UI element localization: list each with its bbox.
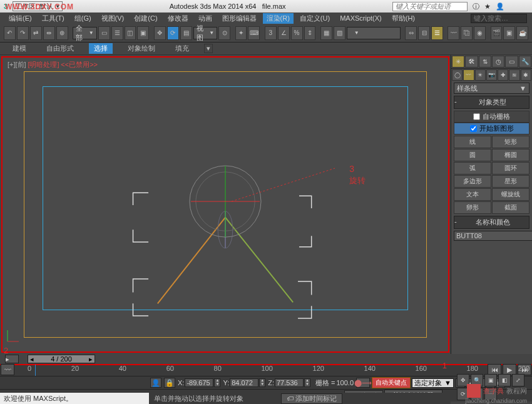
named-sel-drop[interactable]: ▼ [347,27,401,39]
manip-btn[interactable]: ✦ [235,26,247,40]
info-icon[interactable]: ⓘ [473,2,479,11]
render-fb-btn[interactable]: ▣ [503,26,515,40]
move-btn[interactable]: ✥ [154,26,166,40]
ribbon-menu-icon[interactable]: ▾ [204,44,213,53]
track-toggle[interactable]: ▸ [5,355,19,363]
sub-lights[interactable]: ☀ [475,69,486,81]
isolate-icon[interactable]: 👤 [150,378,161,388]
spinner-y[interactable]: ▲▼ [259,378,265,387]
select-btn[interactable]: ▭ [98,26,110,40]
edit-sel-btn[interactable]: ▧ [334,26,345,40]
tab-utilities[interactable]: 🔧 [519,56,531,68]
spinner-x[interactable]: ▲▼ [214,378,220,387]
autokey-btn[interactable]: 自动关键点 [372,377,411,388]
btn-text[interactable]: 文本 [454,188,491,201]
sub-geom[interactable]: ◯ [452,69,463,81]
sel-filter[interactable]: 全部▼ [73,27,97,39]
menu-edit[interactable]: 编辑(E) [5,13,36,24]
timeline[interactable]: 〰 02040 6080100 120140160 180200 ⏮ ▶ ⏭ [0,364,532,376]
menu-create[interactable]: 创建(C) [130,13,161,24]
shape-category[interactable]: 样条线▼ [454,83,529,94]
sub-cam[interactable]: 📷 [486,69,497,81]
bind-btn[interactable]: ⊕ [56,26,68,40]
viewport-front[interactable]: [+][前] [明暗处理] <<已禁用>> [1,56,449,353]
btn-arc[interactable]: 弧 [454,162,491,174]
coord-z-input[interactable] [275,378,304,387]
curve-editor-btn[interactable]: 〰 [448,26,459,40]
time-slider-handle[interactable]: ◂4 / 200▸ [28,355,95,363]
ref-coord[interactable]: 视图▼ [193,27,218,39]
tab-modify[interactable]: 🛠 [465,56,478,68]
help-search[interactable] [392,2,468,11]
time-tag-btn[interactable]: 🏷 添加时间标记 [281,393,342,404]
tab-freeform[interactable]: 自由形式 [41,43,79,54]
set-key-btn[interactable]: ⬤⟶ [356,378,370,388]
obj-name-field[interactable] [454,231,532,241]
percent-snap-btn[interactable]: % [291,26,303,40]
menu-graph[interactable]: 图形编辑器 [218,13,260,24]
menu-group[interactable]: 组(G) [71,13,95,24]
rollout-objtype[interactable]: -对象类型 [454,96,529,109]
menu-maxscript[interactable]: MAXScript(X) [336,14,386,23]
tab-motion[interactable]: ◷ [492,56,504,68]
spinner-z[interactable]: ▲▼ [304,378,310,387]
scale-btn[interactable]: ▤ [180,26,192,40]
keymode-btn[interactable]: ⌨ [248,26,260,40]
unlink-btn[interactable]: ⇹ [43,26,55,40]
signin-icon[interactable]: 👤 [496,3,504,11]
sub-space[interactable]: ≋ [509,69,519,81]
lock-icon[interactable]: 🔒 [164,378,175,388]
btn-star[interactable]: 星形 [492,175,529,188]
chk-autogrid[interactable]: 自动栅格 [454,111,529,123]
sub-helpers[interactable]: ✚ [498,69,508,81]
redo-btn[interactable]: ↷ [17,26,29,40]
select-region-btn[interactable]: ◫ [125,26,136,40]
rollout-name[interactable]: -名称和颜色 [454,216,529,229]
layer-btn[interactable]: ☰ [431,26,443,40]
sub-shapes[interactable]: 〰 [463,69,474,81]
maxscript-listener[interactable]: 欢迎使用 MAXScript。 [0,393,149,404]
menu-custom[interactable]: 自定义(U) [296,13,334,24]
key-target-drop[interactable]: 选定对象▼ [412,378,454,388]
coord-x-input[interactable] [185,378,213,387]
snap-btn[interactable]: 3 [265,26,277,40]
btn-line[interactable]: 线 [454,136,491,148]
menu-render[interactable]: 渲染(R) [263,13,294,24]
mirror-btn[interactable]: ⇔ [405,26,417,40]
tab-select[interactable]: 选择 [89,43,113,54]
btn-donut[interactable]: 圆环 [492,162,529,174]
btn-ellipse[interactable]: 椭圆 [492,149,529,161]
btn-start-shape[interactable]: 开始新图形 [454,123,529,134]
tab-display[interactable]: ▭ [505,56,518,68]
menu-modifiers[interactable]: 修改器 [164,13,192,24]
menu-view[interactable]: 视图(V) [98,13,128,24]
tab-populate[interactable]: 填充 [170,43,194,54]
star-icon[interactable]: ★ [484,3,491,11]
btn-section[interactable]: 截面 [492,201,529,214]
select-name-btn[interactable]: ☰ [111,26,123,40]
btn-circle[interactable]: 圆 [454,149,491,161]
spinner-snap-btn[interactable]: ⇕ [304,26,316,40]
pivot-btn[interactable]: ⊙ [218,26,230,40]
angle-snap-btn[interactable]: ∠ [278,26,290,40]
menu-help[interactable]: 帮助(H) [388,13,419,24]
btn-egg[interactable]: 卵形 [454,201,491,214]
btn-ngon[interactable]: 多边形 [454,175,491,188]
btn-rect[interactable]: 矩形 [492,136,529,148]
link-btn[interactable]: ⇄ [30,26,42,40]
align-btn[interactable]: ⊟ [418,26,430,40]
window-cross-btn[interactable]: ▣ [137,26,149,40]
undo-btn[interactable]: ↶ [4,26,16,40]
menu-animation[interactable]: 动画 [195,13,216,24]
schematic-btn[interactable]: ⿻ [461,26,473,40]
tab-modeling[interactable]: 建模 [8,43,31,54]
quick-search[interactable] [471,14,527,23]
coord-y-input[interactable] [230,378,258,387]
btn-helix[interactable]: 螺旋线 [492,188,529,201]
tab-objpaint[interactable]: 对象绘制 [123,43,160,54]
render-setup-btn[interactable]: 🎬 [491,26,503,40]
tab-create[interactable]: ✳ [452,56,464,68]
render-btn[interactable]: ☕ [516,26,528,40]
time-slider[interactable]: ◂4 / 200▸ [24,355,532,363]
named-sel-btn[interactable]: ▦ [320,26,332,40]
